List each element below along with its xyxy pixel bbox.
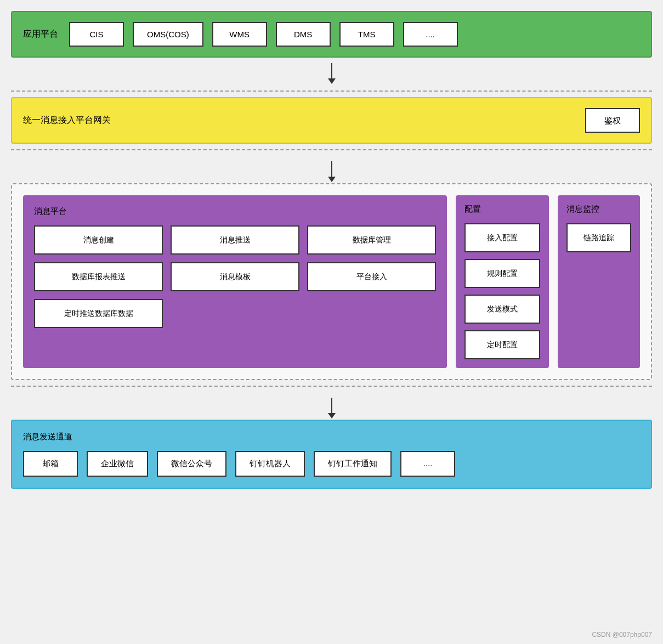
more-box: .... bbox=[403, 22, 458, 47]
monitor-section: 消息监控 链路追踪 bbox=[558, 195, 640, 368]
db-report-box: 数据库报表推送 bbox=[34, 262, 163, 291]
platform-access-box: 平台接入 bbox=[307, 262, 436, 291]
msg-platform-section: 消息平台 消息创建 消息推送 数据库管理 数据库报表推送 消息模板 平台接入 定… bbox=[23, 195, 447, 368]
dingtalk-robot-box: 钉钉机器人 bbox=[235, 451, 305, 477]
arrow-3 bbox=[11, 392, 652, 420]
auth-box: 鉴权 bbox=[585, 108, 640, 133]
msg-platform-grid: 消息创建 消息推送 数据库管理 数据库报表推送 消息模板 平台接入 定时推送数据… bbox=[34, 225, 436, 328]
msg-template-box: 消息模板 bbox=[171, 262, 299, 291]
watermark: CSDN @007php007 bbox=[592, 631, 652, 639]
app-platform-section: 应用平台 CIS OMS(COS) WMS DMS TMS .... bbox=[11, 11, 652, 58]
wechat-official-box: 微信公众号 bbox=[157, 451, 226, 477]
enterprise-wechat-box: 企业微信 bbox=[87, 451, 148, 477]
tms-box: TMS bbox=[339, 22, 394, 47]
wms-box: WMS bbox=[212, 22, 267, 47]
msg-platform-label: 消息平台 bbox=[34, 206, 436, 217]
access-config-box: 接入配置 bbox=[464, 223, 540, 252]
channel-section: 消息发送通道 邮箱 企业微信 微信公众号 钉钉机器人 钉钉工作通知 .... bbox=[11, 420, 652, 489]
oms-box: OMS(COS) bbox=[133, 22, 203, 47]
cis-box: CIS bbox=[69, 22, 124, 47]
config-label: 配置 bbox=[464, 204, 540, 214]
db-manage-box: 数据库管理 bbox=[307, 225, 436, 255]
channel-boxes: 邮箱 企业微信 微信公众号 钉钉机器人 钉钉工作通知 .... bbox=[23, 451, 640, 477]
email-box: 邮箱 bbox=[23, 451, 78, 477]
separator-3 bbox=[11, 386, 652, 387]
gateway-section: 统一消息接入平台网关 鉴权 bbox=[11, 97, 652, 144]
arrow-down-1 bbox=[331, 63, 332, 80]
app-platform-label: 应用平台 bbox=[23, 29, 58, 40]
msg-push-box: 消息推送 bbox=[171, 225, 299, 255]
arrow-1 bbox=[11, 58, 652, 85]
gateway-label: 统一消息接入平台网关 bbox=[23, 115, 111, 126]
rule-config-box: 规则配置 bbox=[464, 259, 540, 288]
channel-more-box: .... bbox=[400, 451, 455, 477]
channel-label: 消息发送通道 bbox=[23, 432, 640, 442]
separator-1 bbox=[11, 91, 652, 92]
monitor-boxes: 链路追踪 bbox=[566, 223, 631, 252]
app-platform-boxes: CIS OMS(COS) WMS DMS TMS .... bbox=[69, 22, 458, 47]
timer-config-box: 定时配置 bbox=[464, 330, 540, 359]
arrow-down-2 bbox=[331, 161, 332, 178]
monitor-label: 消息监控 bbox=[566, 204, 631, 214]
dingtalk-notify-box: 钉钉工作通知 bbox=[314, 451, 392, 477]
platform-inner-row: 消息平台 消息创建 消息推送 数据库管理 数据库报表推送 消息模板 平台接入 定… bbox=[23, 195, 640, 368]
separator-2 bbox=[11, 149, 652, 150]
main-diagram: 应用平台 CIS OMS(COS) WMS DMS TMS .... 统一消息接… bbox=[11, 11, 652, 489]
link-trace-box: 链路追踪 bbox=[566, 223, 631, 252]
arrow-down-3 bbox=[331, 398, 332, 414]
send-mode-box: 发送模式 bbox=[464, 295, 540, 324]
arrow-2 bbox=[11, 156, 652, 183]
platform-outer-container: 消息平台 消息创建 消息推送 数据库管理 数据库报表推送 消息模板 平台接入 定… bbox=[11, 183, 652, 380]
timer-push-box: 定时推送数据库数据 bbox=[34, 299, 163, 328]
config-section: 配置 接入配置 规则配置 发送模式 定时配置 bbox=[456, 195, 549, 368]
config-boxes: 接入配置 规则配置 发送模式 定时配置 bbox=[464, 223, 540, 359]
msg-create-box: 消息创建 bbox=[34, 225, 163, 255]
dms-box: DMS bbox=[276, 22, 331, 47]
